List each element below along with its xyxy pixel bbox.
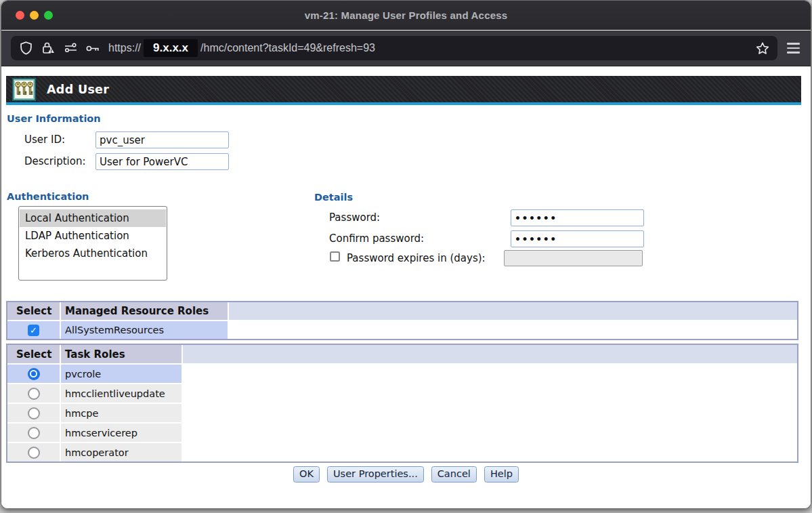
page-content: Add User User Information User ID: Descr… <box>1 67 811 508</box>
row-filler <box>183 443 797 461</box>
url-bar[interactable]: https:// 9.x.x.x /hmc/content?taskId=49&… <box>11 36 777 60</box>
auth-option-kerberos[interactable]: Kerberos Authentication <box>20 245 166 262</box>
user-information-heading: User Information <box>7 113 101 124</box>
window-title: vm-21: Manage User Profiles and Access <box>1 9 811 21</box>
table-row[interactable]: hmcpe <box>7 404 797 422</box>
user-id-label: User ID: <box>24 134 65 146</box>
auth-option-ldap[interactable]: LDAP Authentication <box>20 227 166 245</box>
password-input[interactable] <box>511 209 644 226</box>
details-heading: Details <box>314 192 353 203</box>
browser-toolbar: https:// 9.x.x.x /hmc/content?taskId=49&… <box>1 30 811 66</box>
task-role-radio[interactable] <box>28 427 40 439</box>
task-banner: Add User <box>6 76 801 105</box>
row-name-cell: AllSystemResources <box>61 321 228 339</box>
row-select-cell <box>7 424 60 442</box>
row-select-cell: ✓ <box>7 321 60 339</box>
confirm-password-label: Confirm password: <box>329 232 424 245</box>
task-role-name: pvcrole <box>61 369 101 379</box>
bookmark-star-icon[interactable] <box>756 41 769 55</box>
cancel-button[interactable]: Cancel <box>431 466 477 483</box>
password-expires-label: Password expires in (days): <box>347 252 486 264</box>
help-button[interactable]: Help <box>484 466 519 483</box>
authentication-listbox[interactable]: Local Authentication LDAP Authentication… <box>18 206 167 281</box>
minimize-button[interactable] <box>30 11 39 20</box>
header-filler <box>183 345 797 363</box>
row-filler <box>183 365 797 383</box>
row-filler <box>183 384 797 403</box>
button-bar: OK User Properties... Cancel Help <box>1 466 811 483</box>
close-button[interactable] <box>16 11 24 20</box>
row-select-cell <box>7 404 60 422</box>
description-input[interactable] <box>95 153 229 170</box>
table-header-row: Select Managed Resource Roles <box>7 302 797 320</box>
confirm-password-input[interactable] <box>511 230 644 247</box>
auth-option-local[interactable]: Local Authentication <box>20 209 166 227</box>
row-name-cell: hmcoperator <box>61 443 181 461</box>
url-scheme: https:// <box>108 42 141 54</box>
traffic-lights <box>16 11 53 20</box>
managed-resource-roles-table: Select Managed Resource Roles ✓ AllSyste… <box>6 301 798 340</box>
row-filler <box>183 404 797 422</box>
table-row[interactable]: pvcrole <box>7 365 797 383</box>
lock-warning-icon[interactable] <box>41 41 55 55</box>
task-role-name: hmcoperator <box>61 447 129 458</box>
user-id-input[interactable] <box>95 131 229 148</box>
task-roles-table: Select Task Roles pvcrole hmcclientlive <box>6 344 798 463</box>
user-properties-button[interactable]: User Properties... <box>327 466 424 483</box>
select-column-header: Select <box>7 345 60 363</box>
table-row[interactable]: hmcservicerep <box>7 424 797 442</box>
table-row[interactable]: ✓ AllSystemResources <box>7 321 797 339</box>
row-select-cell <box>7 443 60 461</box>
task-role-radio[interactable] <box>28 388 40 400</box>
table-row[interactable]: hmcoperator <box>7 443 797 461</box>
task-role-radio-selected[interactable] <box>28 368 40 380</box>
password-expires-input <box>504 250 643 266</box>
row-filler <box>229 321 797 339</box>
page-title: Add User <box>47 83 109 96</box>
zoom-button[interactable] <box>44 11 53 20</box>
browser-window: vm-21: Manage User Profiles and Access <box>1 0 811 509</box>
header-filler <box>229 302 797 320</box>
authentication-heading: Authentication <box>7 191 89 202</box>
password-label: Password: <box>329 211 380 224</box>
keys-icon <box>12 78 36 101</box>
row-select-cell <box>7 384 60 403</box>
resource-role-checkbox[interactable]: ✓ <box>28 325 39 336</box>
permissions-icon[interactable] <box>64 41 77 55</box>
resource-roles-column-header: Managed Resource Roles <box>61 302 228 320</box>
row-name-cell: hmcclientliveupdate <box>61 384 181 403</box>
row-name-cell: hmcpe <box>61 404 181 422</box>
task-role-name: hmcpe <box>61 408 98 419</box>
task-role-name: hmcservicerep <box>61 428 137 438</box>
resource-role-name: AllSystemResources <box>61 325 164 335</box>
menu-icon[interactable] <box>786 40 801 56</box>
url-host-redacted: 9.x.x.x <box>144 39 198 57</box>
shield-icon[interactable] <box>19 41 33 55</box>
table-header-row: Select Task Roles <box>7 345 797 363</box>
task-roles-column-header: Task Roles <box>61 345 181 363</box>
select-column-header: Select <box>7 302 60 320</box>
url-path: /hmc/content?taskId=49&refresh=93 <box>200 42 375 54</box>
key-icon[interactable] <box>86 41 100 55</box>
ok-button[interactable]: OK <box>293 466 320 483</box>
row-name-cell: hmcservicerep <box>61 424 181 442</box>
row-name-cell: pvcrole <box>61 365 181 383</box>
task-role-radio[interactable] <box>28 407 40 419</box>
titlebar: vm-21: Manage User Profiles and Access <box>1 1 811 30</box>
url-text[interactable]: https:// 9.x.x.x /hmc/content?taskId=49&… <box>108 39 375 57</box>
table-row[interactable]: hmcclientliveupdate <box>7 384 797 403</box>
task-role-name: hmcclientliveupdate <box>61 388 165 399</box>
description-label: Description: <box>24 155 85 167</box>
row-filler <box>183 424 797 442</box>
task-role-radio[interactable] <box>28 447 40 459</box>
password-expires-checkbox[interactable] <box>330 251 340 262</box>
row-select-cell <box>7 365 60 383</box>
